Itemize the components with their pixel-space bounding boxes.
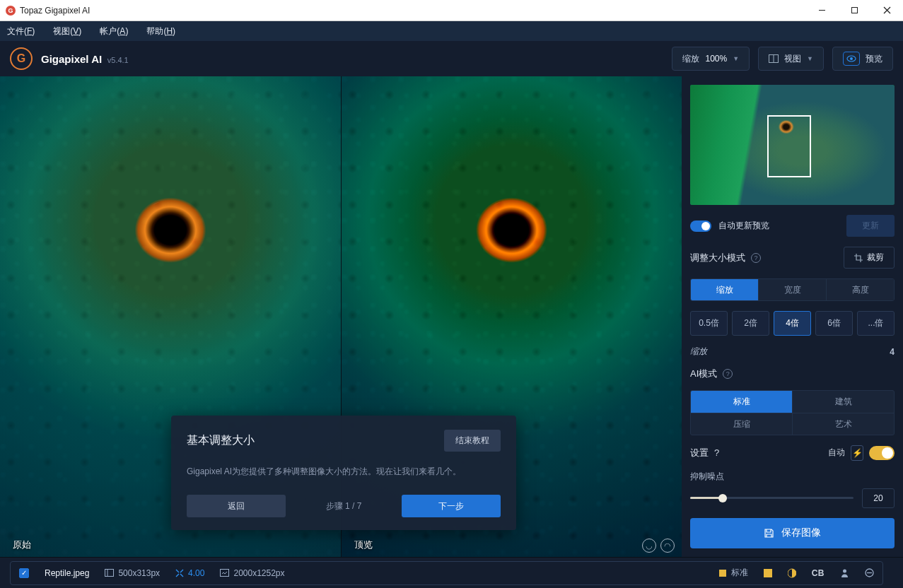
svg-rect-1	[851, 8, 857, 13]
scale-kv-label: 缩放	[690, 346, 707, 358]
cb-label: CB	[812, 568, 825, 578]
dimensions-icon	[105, 569, 114, 577]
app-icon-small: G	[6, 6, 16, 16]
ai-mode-label: AI模式	[690, 368, 717, 380]
scale-6x[interactable]: 6倍	[815, 311, 853, 336]
zoom-dropdown[interactable]: 缩放 100% ▼	[672, 47, 750, 71]
svg-rect-10	[221, 570, 229, 577]
help-icon[interactable]: ?	[751, 253, 761, 263]
tutorial-back-button[interactable]: 返回	[187, 495, 286, 517]
close-button[interactable]	[870, 0, 903, 21]
feedback-happy-icon[interactable]: ◡	[642, 539, 656, 553]
scale-kv-value: 4	[890, 347, 895, 357]
comparison-viewport[interactable]: 原始 顶览 ◡ ◠ 基本调整大小 结束教程 Gigapixel AI为您提供了多…	[0, 76, 682, 557]
mode-icon	[718, 569, 727, 577]
auto-update-toggle[interactable]	[690, 220, 711, 232]
app-name: Gigapixel AI	[41, 53, 102, 65]
menu-file[interactable]: 文件(F)	[7, 25, 35, 37]
noise-slider[interactable]	[690, 497, 854, 499]
scale-custom[interactable]: ...倍	[857, 311, 895, 336]
settings-label: 设置	[690, 447, 709, 459]
footer-mode: 标准	[731, 567, 748, 579]
noise-value[interactable]: 20	[862, 488, 895, 508]
menu-bar: 文件(F) 视图(V) 帐户(A) 帮助(H)	[0, 21, 903, 41]
tutorial-end-button[interactable]: 结束教程	[444, 430, 501, 452]
navigator-selection[interactable]	[767, 115, 811, 177]
chevron-down-icon: ▼	[807, 55, 813, 62]
scale-options: 0.5倍 2倍 4倍 6倍 ...倍	[690, 311, 895, 336]
menu-view[interactable]: 视图(V)	[53, 25, 81, 37]
update-preview-button[interactable]: 更新	[846, 215, 895, 237]
tab-width[interactable]: 宽度	[758, 279, 826, 300]
feedback-sad-icon[interactable]: ◠	[660, 539, 675, 553]
menu-help[interactable]: 帮助(H)	[146, 25, 175, 37]
remove-icon[interactable]	[865, 568, 874, 577]
preview-toggle[interactable]: 预览	[832, 47, 893, 71]
maximize-button[interactable]	[838, 0, 870, 21]
auto-update-label: 自动更新预览	[718, 220, 769, 232]
scale-4x[interactable]: 4倍	[774, 311, 811, 336]
ai-mode-tabs: 标准 建筑 压缩 艺术	[690, 390, 895, 435]
layout-icon	[769, 54, 779, 63]
output-dimensions: 2000x1252px	[233, 568, 284, 578]
auto-label: 自动	[828, 447, 845, 459]
slider-handle[interactable]	[718, 494, 727, 502]
window-titlebar: G Topaz Gigapixel AI	[0, 0, 903, 21]
svg-rect-11	[719, 570, 726, 577]
grid-icon[interactable]	[764, 569, 772, 577]
tutorial-popup: 基本调整大小 结束教程 Gigapixel AI为您提供了多种调整图像大小的方法…	[171, 416, 516, 530]
help-icon[interactable]: ?	[714, 447, 719, 458]
svg-point-14	[843, 570, 846, 573]
resize-mode-tabs: 缩放 宽度 高度	[690, 278, 895, 301]
save-icon	[764, 528, 774, 539]
settings-sidebar: 自动更新预览 更新 调整大小模式 ? 裁剪 缩放 宽度 高度 0.5倍 2倍 4…	[682, 76, 903, 557]
svg-point-7	[850, 57, 853, 60]
scale-icon	[175, 569, 184, 577]
file-name: Reptile.jpeg	[45, 568, 89, 578]
file-info-bar[interactable]: ✓ Reptile.jpeg 500x313px 4.00 2000x1252p…	[10, 561, 883, 585]
ai-mode-compressed[interactable]: 压缩	[691, 413, 792, 435]
view-dropdown[interactable]: 视图 ▼	[758, 47, 824, 71]
tutorial-body: Gigapixel AI为您提供了多种调整图像大小的方法。现在让我们来看几个。	[187, 466, 501, 478]
scale-2x[interactable]: 2倍	[732, 311, 769, 336]
view-label: 视图	[784, 53, 801, 65]
app-header: G Gigapixel AI v5.4.1 缩放 100% ▼ 视图 ▼ 预览	[0, 41, 903, 76]
contrast-icon[interactable]	[788, 568, 796, 578]
svg-rect-12	[764, 569, 772, 577]
zoom-value: 100%	[705, 54, 727, 64]
person-icon[interactable]	[840, 568, 849, 577]
file-checkbox[interactable]: ✓	[19, 568, 29, 578]
source-dimensions: 500x313px	[118, 568, 160, 578]
tab-height[interactable]: 高度	[826, 279, 894, 300]
noise-label: 抑制噪点	[690, 471, 895, 483]
eye-icon	[843, 52, 860, 66]
app-version: v5.4.1	[107, 56, 129, 64]
navigator-thumbnail[interactable]	[690, 85, 895, 205]
output-icon	[220, 569, 229, 577]
chevron-down-icon: ▼	[733, 55, 739, 62]
preview-label: 顶览	[354, 539, 373, 551]
menu-account[interactable]: 帐户(A)	[100, 25, 128, 37]
minimize-button[interactable]	[805, 0, 838, 21]
bolt-icon: ⚡	[851, 445, 863, 461]
original-label: 原始	[13, 539, 31, 551]
app-logo: G	[10, 47, 33, 70]
ai-mode-standard[interactable]: 标准	[691, 391, 792, 413]
window-title: Topaz Gigapixel AI	[20, 6, 90, 16]
crop-button[interactable]: 裁剪	[844, 247, 895, 269]
zoom-label: 缩放	[682, 53, 699, 65]
save-image-button[interactable]: 保存图像	[690, 518, 895, 548]
tab-scale[interactable]: 缩放	[691, 279, 758, 300]
ai-mode-architecture[interactable]: 建筑	[793, 391, 894, 413]
crop-icon	[854, 254, 863, 262]
resize-mode-label: 调整大小模式	[690, 252, 745, 264]
tutorial-step-indicator: 步骤 1 / 7	[294, 495, 393, 517]
svg-rect-8	[105, 570, 114, 577]
auto-settings-toggle[interactable]	[869, 446, 895, 460]
ai-mode-art[interactable]: 艺术	[793, 413, 894, 435]
footer-bar: ✓ Reptile.jpeg 500x313px 4.00 2000x1252p…	[0, 557, 903, 588]
scale-0.5x[interactable]: 0.5倍	[690, 311, 728, 336]
help-icon[interactable]: ?	[723, 369, 733, 379]
tutorial-next-button[interactable]: 下一步	[402, 495, 501, 517]
preview-label: 预览	[866, 53, 882, 65]
